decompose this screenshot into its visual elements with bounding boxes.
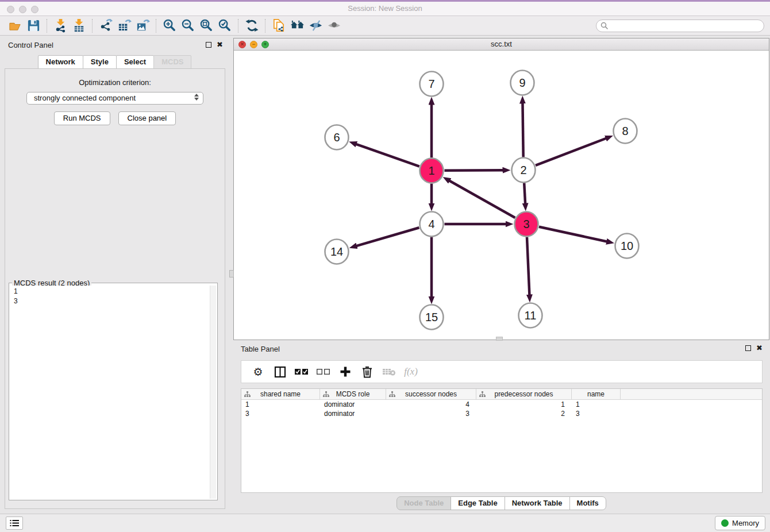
graph-edge-2-8[interactable] [536, 138, 606, 165]
open-file-icon[interactable] [6, 18, 24, 34]
graph-node-14[interactable]: 14 [325, 240, 349, 264]
table-settings-gear-icon[interactable]: ⚙ [247, 363, 269, 381]
tab-network-table[interactable]: Network Table [505, 496, 570, 510]
cell-predecessor-nodes[interactable]: 1 [476, 400, 572, 409]
minimize-window-icon[interactable] [19, 6, 26, 13]
close-window-icon[interactable] [7, 6, 14, 13]
export-image-icon[interactable] [133, 18, 152, 34]
function-builder-icon: f(x) [400, 363, 422, 381]
add-column-icon[interactable] [334, 363, 356, 381]
select-all-columns-icon[interactable] [291, 363, 313, 381]
search-input[interactable] [596, 20, 764, 32]
close-panel-icon[interactable]: ✖ [756, 345, 763, 351]
cell-shared-name[interactable]: 1 [241, 400, 320, 409]
graph-edge-3-10[interactable] [539, 227, 607, 242]
window-controls[interactable] [7, 6, 38, 13]
tab-node-table[interactable]: Node Table [396, 496, 451, 510]
horizontal-splitter-grip[interactable] [496, 337, 503, 341]
memory-button[interactable]: Memory [715, 516, 765, 530]
svg-text:2: 2 [520, 164, 526, 176]
column-header-successor-nodes[interactable]: successor nodes [386, 389, 476, 399]
cell-name[interactable]: 3 [572, 409, 621, 418]
float-panel-icon[interactable] [206, 42, 211, 48]
zoom-out-icon[interactable] [179, 18, 197, 34]
zoom-in-icon[interactable] [160, 18, 179, 34]
svg-text:3: 3 [523, 218, 529, 230]
table-panel-title: Table Panel [241, 345, 280, 353]
graph-edge-3-1[interactable] [449, 180, 515, 218]
graph-node-10[interactable]: 10 [615, 234, 639, 259]
maximize-window-icon[interactable] [31, 6, 38, 13]
network-maximize-icon[interactable]: + [261, 41, 269, 48]
graph-node-11[interactable]: 11 [519, 303, 542, 328]
tab-edge-table[interactable]: Edge Table [451, 496, 505, 510]
vertical-splitter-grip[interactable] [229, 270, 234, 277]
zoom-fit-icon[interactable] [197, 18, 215, 34]
column-header-shared-name[interactable]: shared name [241, 389, 320, 399]
toolbar-separator [47, 19, 47, 33]
node-table[interactable]: shared nameMCDS rolesuccessor nodesprede… [241, 388, 763, 493]
tab-motifs[interactable]: Motifs [569, 496, 606, 510]
delete-columns-icon[interactable] [356, 363, 378, 381]
network-minimize-icon[interactable]: − [250, 41, 257, 48]
export-table-icon[interactable] [115, 18, 133, 34]
tab-select[interactable]: Select [116, 55, 154, 69]
network-view-titlebar[interactable]: ✕ − + scc.txt [234, 38, 769, 51]
tab-mcds[interactable]: MCDS [153, 55, 191, 69]
graph-node-7[interactable]: 7 [420, 72, 444, 97]
show-columns-icon[interactable] [269, 363, 291, 381]
cell-name[interactable]: 1 [572, 400, 621, 409]
float-panel-icon[interactable] [745, 345, 751, 351]
cell-successor-nodes[interactable]: 4 [386, 400, 476, 409]
main-toolbar [0, 16, 770, 36]
close-panel-button[interactable]: Close panel [118, 111, 176, 125]
table-row[interactable]: 3dominator323 [241, 409, 762, 418]
result-line: 1 [14, 287, 206, 296]
run-mcds-button[interactable]: Run MCDS [54, 111, 110, 125]
cell-successor-nodes[interactable]: 3 [386, 409, 476, 418]
graph-node-6[interactable]: 6 [325, 125, 349, 150]
graph-edge-3-11[interactable] [527, 237, 529, 295]
table-row[interactable]: 1dominator411 [241, 400, 762, 409]
network-close-icon[interactable]: ✕ [238, 41, 246, 48]
hide-selected-eye-icon[interactable] [306, 18, 325, 34]
import-table-icon[interactable] [70, 18, 88, 34]
unselect-all-columns-icon[interactable] [313, 363, 334, 381]
network-canvas[interactable]: 7968124314101511 [234, 51, 769, 340]
save-session-icon[interactable] [24, 18, 43, 34]
table-panel-window-buttons: ✖ [745, 345, 763, 351]
cell-mcds-role[interactable]: dominator [320, 400, 386, 409]
cell-shared-name[interactable]: 3 [241, 409, 320, 418]
zoom-selected-icon[interactable] [215, 18, 234, 34]
graph-node-3[interactable]: 3 [515, 212, 538, 237]
graph-edge-4-14[interactable] [356, 228, 419, 246]
close-panel-icon[interactable]: ✖ [217, 42, 223, 48]
tab-network[interactable]: Network [38, 55, 83, 69]
graph-node-9[interactable]: 9 [511, 71, 534, 95]
result-scrollbar[interactable] [210, 286, 216, 499]
graph-edge-1-2[interactable] [444, 170, 503, 171]
export-network-icon[interactable] [97, 18, 115, 34]
cell-mcds-role[interactable]: dominator [320, 409, 386, 418]
graph-node-15[interactable]: 15 [420, 305, 444, 330]
graph-edge-2-3[interactable] [524, 183, 525, 203]
column-header-mcds-role[interactable]: MCDS role [320, 389, 386, 399]
column-header-predecessor-nodes[interactable]: predecessor nodes [476, 389, 572, 399]
graph-node-2[interactable]: 2 [512, 158, 536, 183]
show-details-eye-icon[interactable] [325, 18, 343, 34]
tab-style[interactable]: Style [83, 55, 117, 69]
refresh-layout-icon[interactable] [242, 18, 261, 34]
new-network-from-selection-icon[interactable] [270, 18, 288, 34]
first-neighbors-icon[interactable] [288, 18, 306, 34]
graph-node-8[interactable]: 8 [614, 119, 637, 144]
optimization-criterion-select[interactable]: strongly connected component [26, 92, 203, 105]
graph-node-1[interactable]: 1 [420, 159, 444, 183]
graph-edge-2-9[interactable] [522, 103, 523, 157]
import-network-icon[interactable] [51, 18, 70, 34]
graph-edge-1-6[interactable] [356, 144, 419, 167]
cell-predecessor-nodes[interactable]: 2 [476, 409, 572, 418]
optimization-criterion-value: strongly connected component [34, 94, 136, 102]
column-header-name[interactable]: name [572, 389, 621, 399]
task-history-button[interactable] [6, 516, 23, 530]
graph-node-4[interactable]: 4 [420, 212, 444, 237]
